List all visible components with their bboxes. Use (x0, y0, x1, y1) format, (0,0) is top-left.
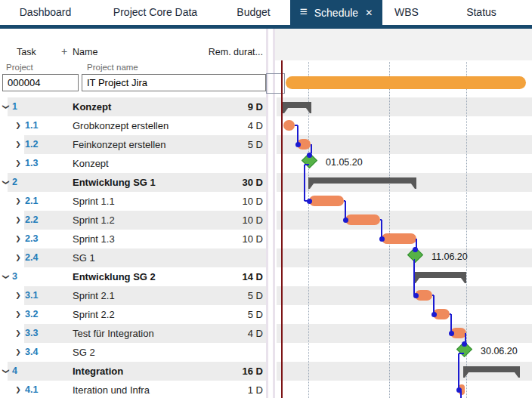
dependency-connector (305, 164, 309, 165)
task-duration: 5 D (248, 135, 263, 154)
task-bar[interactable] (382, 233, 416, 244)
dependency-connector (345, 201, 346, 220)
summary-bracket-left (463, 366, 469, 378)
chevron-right-icon[interactable]: ❯ (14, 192, 22, 211)
tab-schedule[interactable]: ≡Schedule✕ (290, 0, 382, 25)
task-row-3.3[interactable]: ❯3.3Test für Integration4 D (0, 324, 266, 343)
row-highlight (24, 343, 266, 362)
task-name: Grobkonzept erstellen (73, 116, 169, 135)
task-name: SG 2 (73, 343, 95, 362)
milestone-diamond[interactable] (301, 153, 317, 168)
chevron-right-icon[interactable]: ❯ (14, 343, 22, 362)
tab-label: Status (466, 6, 496, 18)
dependency-connector (450, 313, 451, 315)
task-id: 2.4 (25, 248, 38, 267)
chevron-right-icon[interactable]: ❯ (14, 381, 22, 398)
task-row-2.2[interactable]: ❯2.2Sprint 1.210 D (0, 211, 266, 230)
close-icon[interactable]: ✕ (365, 8, 373, 17)
chevron-right-icon[interactable]: ❯ (14, 211, 22, 230)
tab-label: Schedule (314, 7, 358, 19)
column-header-task[interactable]: Task (17, 47, 36, 57)
task-bar[interactable] (433, 309, 450, 319)
tab-label: WBS (394, 6, 419, 18)
chevron-right-icon[interactable]: ❯ (14, 230, 22, 248)
connector-dot (413, 293, 419, 298)
task-name: Konzept (73, 154, 109, 173)
add-column-icon[interactable]: + (61, 45, 67, 57)
task-bar[interactable] (345, 214, 380, 225)
chevron-right-icon[interactable]: ❯ (14, 248, 22, 267)
task-id: 1.2 (25, 135, 38, 154)
summary-bar[interactable] (463, 366, 520, 372)
dependency-connector (414, 259, 415, 261)
task-bar[interactable] (415, 290, 432, 301)
column-header-remaining-duration[interactable]: Rem. durat... (209, 47, 263, 57)
task-row-4.1[interactable]: ❯4.1Iteration und Infra1 D (0, 381, 266, 398)
milestone-diamond[interactable] (407, 247, 422, 263)
task-bar[interactable] (450, 328, 466, 338)
menu-icon[interactable]: ≡ (300, 5, 308, 18)
task-id: 4 (12, 362, 17, 381)
task-name: SG 1 (73, 248, 95, 267)
project-bar[interactable] (286, 76, 526, 89)
connector-dot (462, 341, 467, 347)
row-highlight (24, 211, 266, 230)
project-name-input[interactable] (82, 74, 266, 91)
task-duration: 10 D (243, 192, 263, 211)
chevron-right-icon[interactable]: ❯ (14, 154, 22, 173)
tab-budget[interactable]: Budget (221, 0, 286, 25)
task-row-3.2[interactable]: ❯3.2Sprint 2.25 D (0, 305, 266, 324)
task-row-2.3[interactable]: ❯2.3Sprint 1.310 D (0, 230, 266, 248)
task-id: 3.4 (25, 343, 38, 362)
task-row-1[interactable]: ❯1Konzept9 D (0, 97, 266, 116)
connector-dot (307, 199, 312, 204)
project-id-input[interactable] (2, 74, 79, 91)
tab-status[interactable]: Status (444, 0, 518, 25)
task-row-4[interactable]: ❯4Integration16 D (0, 362, 266, 381)
summary-bar[interactable] (283, 102, 311, 108)
task-duration: 10 D (243, 230, 263, 248)
task-bar[interactable] (309, 196, 344, 206)
dependency-connector (413, 260, 415, 295)
tab-wbs[interactable]: WBS (382, 0, 431, 25)
task-name: Sprint 1.2 (73, 211, 115, 230)
task-row-2[interactable]: ❯2Entwicklung SG 130 D (0, 173, 266, 192)
dependency-connector (433, 295, 435, 314)
task-bar[interactable] (297, 139, 311, 150)
task-duration: 1 D (248, 381, 263, 398)
task-id: 3 (12, 267, 17, 286)
summary-bracket-left (308, 177, 314, 189)
task-row-1.2[interactable]: ❯1.2Feinkonzept erstellen5 D (0, 135, 266, 154)
task-bar[interactable] (459, 384, 465, 395)
chevron-right-icon[interactable]: ❯ (14, 286, 22, 305)
chevron-right-icon[interactable]: ❯ (14, 135, 22, 154)
task-bar[interactable] (283, 120, 295, 131)
task-row-3[interactable]: ❯3Entwicklung SG 214 D (0, 267, 266, 286)
gantt-timeline-header: 20 MAYJUNJUL (275, 29, 532, 60)
row-highlight (24, 192, 266, 211)
task-row-1.1[interactable]: ❯1.1Grobkonzept erstellen4 D (0, 116, 266, 135)
gantt-row-stripe (277, 248, 532, 267)
task-row-3.4[interactable]: ❯3.4SG 2 (0, 343, 266, 362)
task-row-2.4[interactable]: ❯2.4SG 1 (0, 248, 266, 267)
tab-project-core-data[interactable]: Project Core Data (97, 0, 214, 25)
task-row-1.3[interactable]: ❯1.3Konzept (0, 154, 266, 173)
tab-dashboard[interactable]: Dashboard (6, 0, 85, 25)
month-label-jun: JUN (404, 76, 449, 86)
task-id: 2 (12, 173, 17, 192)
connector-dot (307, 153, 312, 158)
chevron-right-icon[interactable]: ❯ (14, 116, 22, 135)
chevron-right-icon[interactable]: ❯ (14, 324, 22, 343)
connector-dot (456, 387, 462, 393)
month-gridline (308, 62, 309, 398)
task-duration: 30 D (243, 173, 263, 192)
task-name: Sprint 2.2 (73, 305, 115, 324)
summary-bar[interactable] (414, 272, 466, 278)
milestone-diamond[interactable] (456, 341, 472, 357)
summary-bracket-right (514, 366, 520, 378)
summary-bar[interactable] (308, 177, 416, 184)
chevron-right-icon[interactable]: ❯ (14, 305, 22, 324)
task-row-3.1[interactable]: ❯3.1Sprint 2.15 D (0, 286, 266, 305)
task-row-2.1[interactable]: ❯2.1Sprint 1.110 D (0, 192, 266, 211)
column-header-name[interactable]: Name (73, 47, 97, 57)
